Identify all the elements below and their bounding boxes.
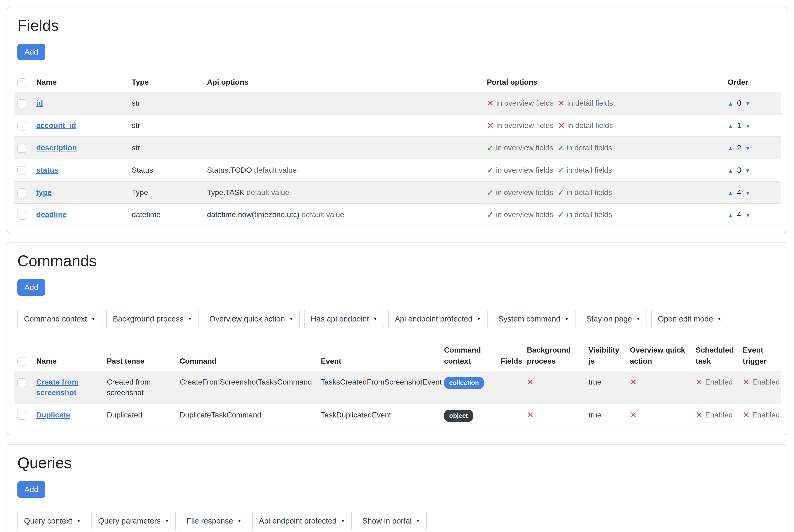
queries-title: Queries — [17, 454, 780, 472]
filter-api-endpoint-protected[interactable]: Api endpoint protected▼ — [252, 512, 352, 530]
x-icon: ✕ — [527, 377, 534, 387]
x-icon: ✕ — [696, 377, 703, 387]
command-event-trigger: ✕Enabled — [739, 404, 781, 428]
command-name-link[interactable]: Duplicate — [36, 411, 70, 419]
field-name-link[interactable]: description — [36, 144, 77, 152]
order-up-button[interactable]: ▲ — [728, 212, 733, 218]
field-order: ▲0▼ — [724, 92, 781, 114]
field-type: str — [128, 137, 203, 159]
field-portal-options: ✓in overview fields✓in detail fields — [483, 204, 724, 226]
queries-add-button[interactable]: Add — [17, 481, 45, 498]
order-down-button[interactable]: ▼ — [745, 145, 751, 151]
commands-col-visibility-js: Visibility js — [585, 340, 626, 371]
filter-open-edit-mode[interactable]: Open edit mode▼ — [651, 310, 728, 328]
table-row: Duplicate Duplicated DuplicateTaskComman… — [14, 404, 781, 428]
order-down-button[interactable]: ▼ — [745, 212, 751, 218]
commands-col-background-process: Background process — [523, 340, 585, 371]
command-past-tense: Duplicated — [103, 404, 176, 428]
commands-header-row: Name Past tense Command Event Command co… — [14, 340, 781, 371]
order-up-button[interactable]: ▲ — [728, 145, 733, 151]
fields-col-type: Type — [128, 73, 203, 92]
field-type: Status — [128, 159, 203, 181]
field-name-link[interactable]: id — [36, 99, 43, 107]
order-value: 4 — [737, 188, 741, 197]
field-portal-options: ✓in overview fields✓in detail fields — [483, 159, 724, 181]
x-icon: ✕ — [743, 377, 750, 387]
order-down-button[interactable]: ▼ — [745, 123, 751, 129]
queries-filters: Query context▼ Query parameters▼ File re… — [17, 512, 780, 530]
order-down-button[interactable]: ▼ — [745, 168, 751, 174]
check-icon: ✓ — [557, 188, 564, 197]
select-all-checkbox[interactable] — [17, 78, 26, 87]
row-checkbox[interactable] — [17, 99, 26, 108]
commands-col-event-trigger: Event trigger — [739, 340, 781, 371]
filter-query-parameters[interactable]: Query parameters▼ — [92, 512, 176, 530]
command-name-link[interactable]: Create from screenshot — [36, 378, 79, 397]
command-event-trigger: ✕Enabled — [739, 371, 781, 404]
x-icon: ✕ — [558, 98, 565, 108]
check-icon: ✓ — [487, 166, 494, 175]
fields-col-name: Name — [33, 73, 128, 92]
x-icon: ✕ — [527, 410, 534, 420]
commands-add-button[interactable]: Add — [17, 279, 45, 296]
order-up-button[interactable]: ▲ — [728, 168, 733, 174]
row-checkbox[interactable] — [17, 166, 26, 175]
table-row: type Type Type.TASK default value ✓in ov… — [14, 181, 781, 204]
default-value: Status.TODO — [207, 166, 252, 174]
order-down-button[interactable]: ▼ — [745, 100, 751, 107]
field-name-link[interactable]: status — [36, 166, 58, 174]
field-api-options — [203, 114, 483, 137]
field-name-link[interactable]: type — [36, 188, 52, 197]
x-icon: ✕ — [487, 98, 494, 108]
default-value-label: default value — [246, 188, 289, 197]
command-scheduled-task: ✕Enabled — [692, 371, 739, 404]
commands-section: Commands Add Command context▼ Background… — [6, 242, 788, 435]
field-order: ▲3▼ — [724, 159, 781, 181]
command-visibility-js: true — [585, 404, 626, 428]
filter-stay-on-page[interactable]: Stay on page▼ — [580, 310, 647, 328]
row-checkbox[interactable] — [17, 144, 26, 153]
command-event: TaskDuplicatedEvent — [317, 404, 440, 428]
order-up-button[interactable]: ▲ — [728, 123, 733, 129]
filter-has-api-endpoint[interactable]: Has api endpoint▼ — [304, 310, 384, 328]
row-checkbox[interactable] — [17, 378, 26, 387]
filter-file-response[interactable]: File response▼ — [180, 512, 248, 530]
command-visibility-js: true — [585, 371, 626, 404]
row-checkbox[interactable] — [17, 411, 26, 420]
filter-background-process[interactable]: Background process▼ — [106, 310, 199, 328]
field-type: datetime — [128, 204, 203, 226]
field-name-link[interactable]: deadline — [36, 210, 67, 219]
field-portal-options: ✓in overview fields✓in detail fields — [483, 137, 724, 159]
filter-api-endpoint-protected[interactable]: Api endpoint protected▼ — [388, 310, 488, 328]
fields-header-row: Name Type Api options Portal options Ord… — [14, 73, 781, 92]
row-checkbox[interactable] — [17, 211, 26, 220]
commands-col-fields: Fields — [497, 340, 523, 371]
filter-command-context[interactable]: Command context▼ — [17, 310, 102, 328]
chevron-down-icon: ▼ — [416, 519, 420, 523]
table-row: description str ✓in overview fields✓in d… — [14, 137, 781, 159]
filter-show-in-portal[interactable]: Show in portal▼ — [356, 512, 427, 530]
commands-title: Commands — [17, 252, 780, 270]
order-up-button[interactable]: ▲ — [728, 190, 733, 196]
row-checkbox[interactable] — [17, 188, 26, 197]
command-fields — [497, 371, 523, 404]
field-api-options: Type.TASK default value — [203, 181, 483, 204]
queries-section: Queries Add Query context▼ Query paramet… — [6, 444, 788, 532]
order-value: 0 — [737, 99, 741, 107]
order-up-button[interactable]: ▲ — [728, 100, 733, 107]
filter-query-context[interactable]: Query context▼ — [17, 512, 87, 530]
field-name-link[interactable]: account_id — [36, 121, 76, 130]
default-value-label: default value — [254, 166, 297, 174]
x-icon: ✕ — [630, 377, 637, 387]
check-icon: ✓ — [557, 210, 564, 219]
select-all-checkbox[interactable] — [17, 357, 26, 366]
fields-add-button[interactable]: Add — [17, 44, 45, 60]
filter-overview-quick-action[interactable]: Overview quick action▼ — [203, 310, 300, 328]
commands-col-command: Command — [176, 340, 317, 371]
filter-system-command[interactable]: System command▼ — [492, 310, 575, 328]
check-icon: ✓ — [487, 144, 494, 152]
row-checkbox[interactable] — [17, 121, 26, 131]
field-portal-options: ✕in overview fields✕in detail fields — [483, 92, 724, 114]
order-down-button[interactable]: ▼ — [745, 190, 751, 196]
table-row: account_id str ✕in overview fields✕in de… — [14, 114, 781, 137]
